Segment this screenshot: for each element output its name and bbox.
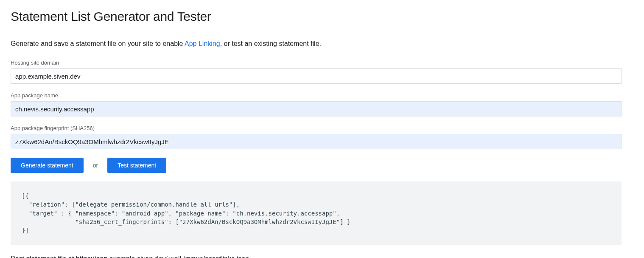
button-row: Generate statement or Test statement bbox=[11, 158, 633, 173]
package-name-input[interactable] bbox=[11, 101, 622, 116]
package-name-group: App package name bbox=[11, 92, 633, 116]
page-title: Statement List Generator and Tester bbox=[11, 9, 633, 24]
intro-text: Generate and save a statement file on yo… bbox=[11, 40, 633, 48]
package-name-label: App package name bbox=[11, 92, 633, 99]
fingerprint-group: App package fingerprint (SHA256) bbox=[11, 125, 633, 149]
intro-after: , or test an existing statement file. bbox=[220, 40, 321, 47]
statement-output: [{ "relation": ["delegate_permission/com… bbox=[11, 181, 622, 245]
app-linking-link[interactable]: App Linking bbox=[185, 40, 220, 47]
or-text: or bbox=[93, 162, 98, 169]
test-statement-button[interactable]: Test statement bbox=[107, 158, 166, 173]
post-statement-note: Post statement file at https://app.examp… bbox=[11, 255, 633, 258]
intro-before: Generate and save a statement file on yo… bbox=[11, 40, 185, 47]
fingerprint-label: App package fingerprint (SHA256) bbox=[11, 125, 633, 131]
hosting-domain-group: Hosting site domain bbox=[11, 60, 633, 84]
generate-statement-button[interactable]: Generate statement bbox=[11, 158, 84, 173]
fingerprint-input[interactable] bbox=[11, 134, 622, 149]
hosting-domain-label: Hosting site domain bbox=[11, 60, 633, 66]
hosting-domain-input[interactable] bbox=[11, 68, 622, 84]
